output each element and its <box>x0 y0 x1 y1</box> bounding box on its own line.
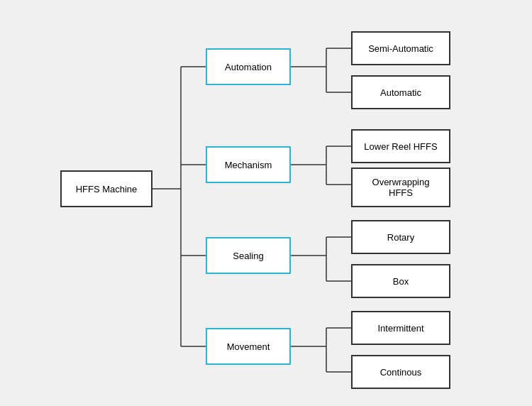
node-lower-reel: Lower Reel HFFS <box>351 129 450 163</box>
lower-reel-label: Lower Reel HFFS <box>364 141 437 152</box>
box-label: Box <box>393 276 409 287</box>
node-overwrapping: Overwrapping HFFS <box>351 168 450 207</box>
node-root: HFFS Machine <box>60 170 153 207</box>
node-box: Box <box>351 264 450 298</box>
rotary-label: Rotary <box>387 232 414 243</box>
movement-label: Movement <box>227 341 270 352</box>
node-automatic: Automatic <box>351 75 450 109</box>
node-intermittent: Intermittent <box>351 311 450 345</box>
semi-automatic-label: Semi-Automatic <box>368 43 433 54</box>
diagram: HFFS Machine Automation Mechanism Sealin… <box>18 11 514 395</box>
overwrapping-label: Overwrapping HFFS <box>372 177 430 198</box>
node-sealing: Sealing <box>206 237 291 274</box>
automatic-label: Automatic <box>380 87 421 98</box>
sealing-label: Sealing <box>233 251 263 261</box>
node-continous: Continous <box>351 355 450 389</box>
intermittent-label: Intermittent <box>377 323 423 334</box>
node-mechanism: Mechanism <box>206 146 291 183</box>
continous-label: Continous <box>380 367 422 378</box>
node-semi-automatic: Semi-Automatic <box>351 31 450 65</box>
mechanism-label: Mechanism <box>225 160 272 170</box>
node-movement: Movement <box>206 328 291 365</box>
root-label: HFFS Machine <box>76 184 138 194</box>
node-rotary: Rotary <box>351 220 450 254</box>
automation-label: Automation <box>225 62 272 72</box>
node-automation: Automation <box>206 48 291 85</box>
